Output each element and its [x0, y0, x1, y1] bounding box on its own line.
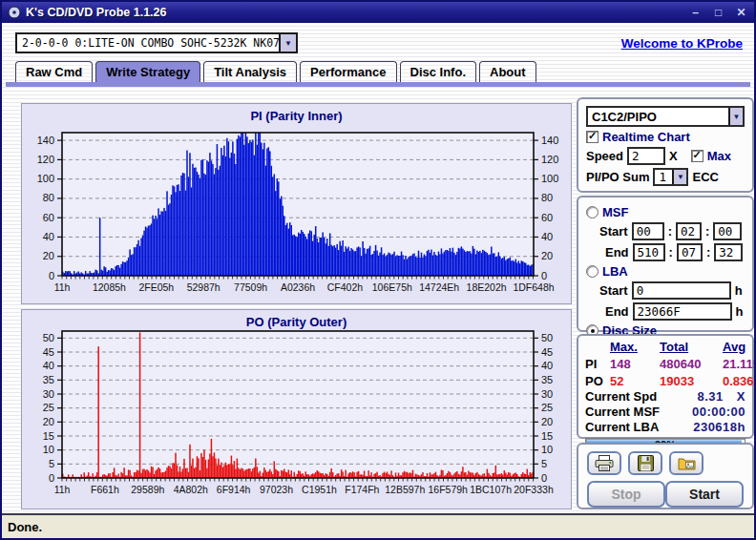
svg-text:16F579h: 16F579h — [428, 484, 468, 495]
svg-text:F661h: F661h — [91, 484, 119, 495]
lba-start-input[interactable]: 0 — [632, 281, 731, 300]
msf-end-frame-input[interactable]: 32 — [714, 243, 743, 261]
print-button[interactable] — [587, 451, 621, 475]
svg-text:77509h: 77509h — [234, 281, 267, 293]
svg-text:12085h: 12085h — [93, 281, 126, 293]
status-text: Done. — [8, 520, 42, 534]
svg-text:40: 40 — [43, 231, 54, 242]
lba-radio[interactable] — [586, 265, 598, 278]
actions-group: Stop Start — [577, 443, 754, 509]
svg-text:0: 0 — [541, 472, 547, 484]
current-speed-row: Current Spd 8.31X — [585, 389, 746, 404]
msf-end-min-input[interactable]: 510 — [633, 243, 665, 261]
tab-write-strategy[interactable]: Write Strategy — [95, 61, 200, 82]
svg-text:C1951h: C1951h — [302, 484, 337, 495]
svg-text:45: 45 — [541, 346, 553, 358]
stats-header-max: Max. — [610, 340, 660, 354]
pi-max: 148 — [610, 357, 660, 371]
pipo-sum-select[interactable]: 1 — [653, 168, 688, 186]
svg-text:0: 0 — [49, 270, 54, 281]
svg-text:120: 120 — [541, 154, 558, 165]
msf-radio[interactable] — [586, 206, 598, 218]
speed-input[interactable]: 2 — [627, 147, 665, 165]
svg-text:45: 45 — [43, 346, 54, 358]
printer-icon — [595, 455, 614, 471]
svg-text:60: 60 — [43, 212, 54, 223]
svg-text:A0236h: A0236h — [281, 281, 315, 293]
svg-text:11h: 11h — [54, 281, 71, 293]
maximize-button[interactable]: □ — [711, 6, 725, 19]
tab-about[interactable]: About — [479, 61, 536, 82]
pi-chart-panel: PI (Parity Inner) 0020204040606080801001… — [21, 103, 572, 304]
image-folder-icon — [678, 456, 696, 470]
svg-text:120: 120 — [37, 154, 54, 165]
mode-select-value: C1C2/PIPO — [588, 108, 728, 125]
stats-table: Max. Total Avg PI 148 480640 21.115 PO 5… — [585, 340, 746, 388]
svg-text:50: 50 — [541, 332, 553, 343]
svg-text:100: 100 — [37, 173, 54, 184]
po-avg: 0.836 — [723, 374, 756, 388]
msf-start-sec-input[interactable]: 02 — [676, 222, 702, 240]
close-button[interactable]: ✕ — [734, 6, 748, 19]
tab-performance[interactable]: Performance — [300, 61, 396, 82]
stop-button[interactable]: Stop — [587, 481, 665, 508]
realtime-chart-checkbox[interactable] — [586, 131, 598, 143]
current-msf-label: Current MSF — [585, 405, 660, 419]
svg-text:10: 10 — [43, 444, 54, 455]
welcome-link[interactable]: Welcome to KProbe — [621, 36, 743, 51]
svg-text:30: 30 — [43, 388, 54, 400]
app-window: K's CD/DVD Probe 1.1.26 – □ ✕ 2-0-0-0 0:… — [0, 0, 756, 540]
svg-text:CF402h: CF402h — [327, 281, 364, 293]
msf-separator: : — [706, 245, 710, 260]
svg-text:20: 20 — [43, 416, 54, 427]
window-controls: – □ ✕ — [688, 6, 748, 19]
svg-text:2FE05h: 2FE05h — [138, 281, 174, 293]
chevron-down-icon[interactable] — [672, 170, 686, 184]
svg-text:F174Fh: F174Fh — [345, 484, 379, 495]
msf-start-min-input[interactable]: 00 — [632, 222, 664, 240]
tab-raw-cmd[interactable]: Raw Cmd — [15, 61, 93, 82]
msf-label: MSF — [602, 205, 628, 219]
po-row-label: PO — [585, 374, 610, 388]
svg-text:15: 15 — [43, 430, 54, 442]
title-bar: K's CD/DVD Probe 1.1.26 – □ ✕ — [2, 2, 754, 23]
start-button[interactable]: Start — [665, 481, 744, 508]
save-button[interactable] — [628, 451, 662, 475]
export-image-button[interactable] — [669, 451, 704, 475]
max-speed-checkbox[interactable] — [691, 150, 704, 162]
lba-end-input[interactable]: 23066F — [633, 302, 732, 321]
mode-select[interactable]: C1C2/PIPO — [586, 106, 745, 127]
tab-band — [6, 82, 750, 87]
lba-start-unit: h — [735, 283, 743, 298]
stats-header-total: Total — [660, 340, 723, 354]
msf-end-sec-input[interactable]: 07 — [677, 243, 703, 261]
drive-select[interactable]: 2-0-0-0 0:LITE-ON COMBO SOHC-5232K NK07 — [15, 32, 298, 53]
pi-chart: 00202040406060808010010012012014014011h1… — [22, 127, 571, 304]
max-speed-label: Max — [707, 149, 731, 163]
current-lba-label: Current LBA — [585, 420, 659, 434]
svg-text:0: 0 — [541, 270, 547, 281]
tab-disc-info[interactable]: Disc Info. — [400, 61, 477, 82]
svg-text:30: 30 — [541, 388, 553, 400]
svg-text:35: 35 — [541, 374, 553, 385]
svg-text:20: 20 — [43, 250, 54, 261]
svg-text:80: 80 — [43, 192, 54, 203]
svg-text:1DF648h: 1DF648h — [513, 281, 554, 293]
msf-start-frame-input[interactable]: 00 — [713, 222, 742, 240]
stats-header-avg: Avg — [723, 340, 756, 354]
svg-text:140: 140 — [541, 135, 558, 146]
svg-text:97023h: 97023h — [260, 484, 293, 495]
pipo-sum-unit: ECC — [692, 170, 718, 184]
lba-start-label: Start — [599, 283, 628, 298]
chevron-down-icon[interactable] — [728, 108, 743, 125]
chevron-down-icon[interactable] — [279, 34, 296, 52]
svg-text:5: 5 — [541, 458, 547, 469]
svg-text:20: 20 — [541, 250, 553, 261]
svg-text:1BC107h: 1BC107h — [470, 484, 512, 495]
tab-tilt-analysis[interactable]: Tilt Analysis — [203, 61, 297, 82]
minimize-button[interactable]: – — [688, 6, 703, 19]
svg-text:25: 25 — [43, 402, 54, 413]
svg-text:52987h: 52987h — [187, 281, 220, 293]
pipo-sum-value: 1 — [655, 170, 672, 184]
svg-text:12B597h: 12B597h — [385, 484, 425, 495]
